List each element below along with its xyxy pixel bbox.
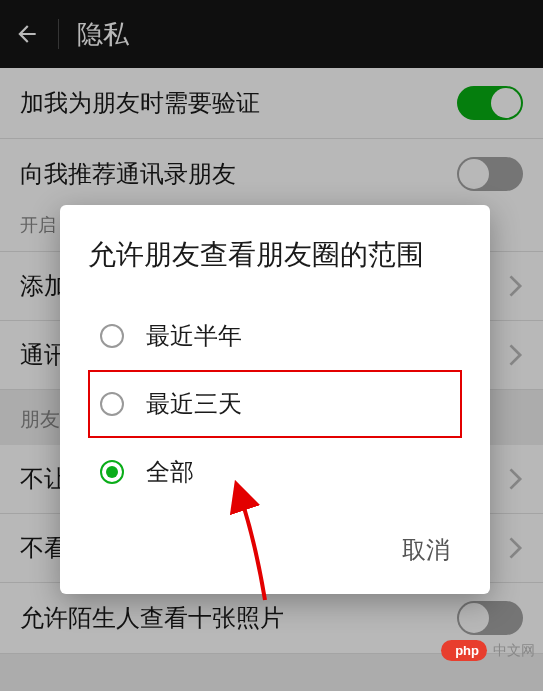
option-label: 最近半年 xyxy=(146,320,242,352)
option-all[interactable]: 全部 xyxy=(88,438,462,506)
option-three-days[interactable]: 最近三天 xyxy=(88,370,462,438)
dialog-title: 允许朋友查看朋友圈的范围 xyxy=(88,235,462,274)
toggle-verify[interactable] xyxy=(457,86,523,120)
watermark-badge: php xyxy=(441,640,487,661)
option-label: 最近三天 xyxy=(146,388,242,420)
header-divider xyxy=(58,19,59,49)
chevron-right-icon xyxy=(509,344,523,366)
row-label: 允许陌生人查看十张照片 xyxy=(20,602,284,634)
toggle-recommend[interactable] xyxy=(457,157,523,191)
moments-range-dialog: 允许朋友查看朋友圈的范围 最近半年 最近三天 全部 取消 xyxy=(60,205,490,594)
radio-icon xyxy=(100,324,124,348)
radio-icon xyxy=(100,392,124,416)
row-verify[interactable]: 加我为朋友时需要验证 xyxy=(0,68,543,139)
option-label: 全部 xyxy=(146,456,194,488)
back-arrow-icon[interactable] xyxy=(14,21,40,47)
radio-selected-icon xyxy=(100,460,124,484)
row-recommend[interactable]: 向我推荐通讯录朋友 xyxy=(0,139,543,209)
option-half-year[interactable]: 最近半年 xyxy=(88,302,462,370)
header-bar: 隐私 xyxy=(0,0,543,68)
row-label: 加我为朋友时需要验证 xyxy=(20,87,260,119)
chevron-right-icon xyxy=(509,275,523,297)
page-title: 隐私 xyxy=(77,17,129,52)
toggle-tenphotos[interactable] xyxy=(457,601,523,635)
chevron-right-icon xyxy=(509,468,523,490)
watermark-text: 中文网 xyxy=(493,642,535,660)
cancel-button[interactable]: 取消 xyxy=(390,526,462,574)
row-label: 向我推荐通讯录朋友 xyxy=(20,158,236,190)
chevron-right-icon xyxy=(509,537,523,559)
watermark: php 中文网 xyxy=(441,640,535,661)
